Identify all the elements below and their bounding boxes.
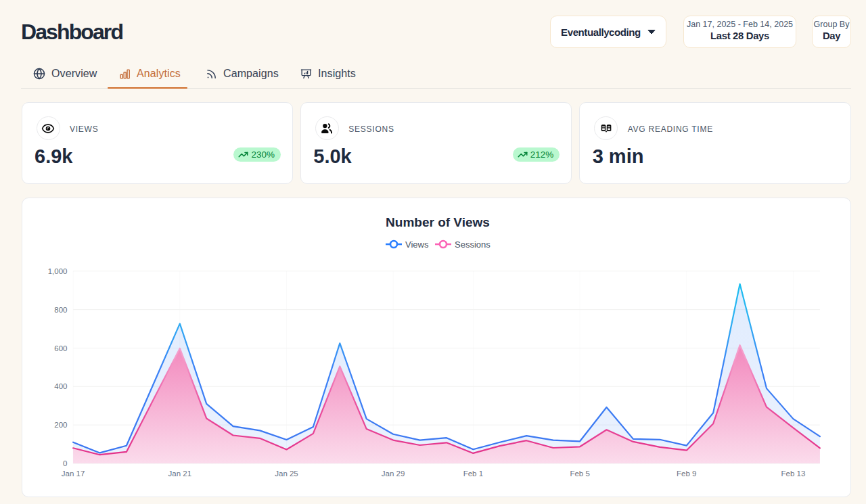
svg-text:Sessions: Sessions xyxy=(455,239,491,250)
svg-text:1,000: 1,000 xyxy=(47,267,67,275)
svg-text:400: 400 xyxy=(54,382,67,390)
svg-text:Feb 5: Feb 5 xyxy=(570,469,589,478)
svg-text:800: 800 xyxy=(54,306,67,314)
svg-text:Jan 21: Jan 21 xyxy=(168,469,191,478)
svg-text:Feb 9: Feb 9 xyxy=(677,469,696,478)
svg-text:200: 200 xyxy=(54,421,67,429)
svg-text:Number of Views: Number of Views xyxy=(386,215,490,229)
svg-text:Feb 1: Feb 1 xyxy=(463,469,482,478)
svg-text:0: 0 xyxy=(63,459,67,467)
svg-text:Jan 29: Jan 29 xyxy=(381,469,405,478)
svg-text:Jan 17: Jan 17 xyxy=(61,469,85,478)
svg-text:Feb 13: Feb 13 xyxy=(781,469,805,478)
svg-text:Views: Views xyxy=(405,239,429,250)
svg-text:600: 600 xyxy=(54,344,67,352)
svg-text:Jan 25: Jan 25 xyxy=(275,469,298,478)
